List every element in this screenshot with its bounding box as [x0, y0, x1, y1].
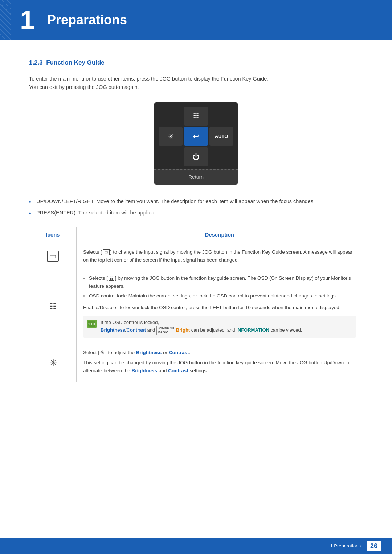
- description-cell-brightness: Select [✳] to adjust the Brightness or C…: [77, 343, 363, 382]
- osd-enable-disable: Enable/Disable: To lock/unlock the OSD c…: [83, 304, 356, 312]
- osd-bullet-2: OSD control lock: Maintain the current s…: [83, 292, 356, 300]
- section-heading: 1.2.3 Function Key Guide: [29, 58, 363, 67]
- brightness-description: Select [✳] to adjust the Brightness or C…: [83, 348, 356, 374]
- brightness-label-2: Brightness: [132, 368, 158, 373]
- jog-center: ↩: [184, 127, 208, 146]
- header-bar: 1 Preparations: [0, 0, 392, 40]
- jog-empty-bl: [159, 147, 183, 166]
- bullet-item-1: UP/DOWN/LEFT/RIGHT: Move to the item you…: [29, 197, 363, 206]
- jog-top: ☷: [184, 107, 208, 126]
- jog-buttons-grid: ☷ ✳ ↩ AUTO ⏻: [154, 102, 238, 169]
- jog-empty-tl: [159, 107, 183, 126]
- note-text: If the OSD control is locked, Brightness…: [101, 319, 302, 335]
- page-footer: 1 Preparations 26: [0, 538, 392, 554]
- return-label: Return: [188, 174, 204, 180]
- contrast-label: Contrast: [169, 350, 189, 355]
- brightness-label: Brightness: [136, 350, 162, 355]
- jog-diagram-container: ☷ ✳ ↩ AUTO ⏻: [29, 102, 363, 185]
- brightness-line-2: This setting can be changed by moving th…: [83, 359, 356, 374]
- jog-left: ✳: [159, 127, 183, 146]
- osd-icon: ☷: [49, 302, 57, 311]
- table-row-brightness: ✳ Select [✳] to adjust the Brightness or…: [29, 343, 363, 382]
- note-magic-bright: Bright: [176, 327, 190, 333]
- power-sym-icon: ⏻: [192, 151, 200, 162]
- jog-bottom: ⏻: [184, 147, 208, 166]
- input-signal-icon: ▭: [47, 251, 59, 262]
- bullet-list: UP/DOWN/LEFT/RIGHT: Move to the item you…: [29, 197, 363, 217]
- description-cell-input: Selects [▭] to change the input signal b…: [77, 243, 363, 269]
- samsung-magic-badge: SAMSUNGMAGIC: [156, 326, 175, 335]
- footer-page-number: 26: [367, 541, 381, 551]
- jog-empty-tr: [209, 107, 233, 126]
- note-brightness: Brightness: [101, 327, 125, 333]
- col-header-description: Description: [77, 227, 363, 243]
- jog-return-bar: Return: [154, 169, 238, 185]
- table-row-input: ▭ Selects [▭] to change the input signal…: [29, 243, 363, 269]
- osd-bullet-1: Selects [☷] by moving the JOG button in …: [83, 274, 356, 290]
- note-icon: NOTE: [87, 320, 97, 328]
- icon-cell-brightness: ✳: [29, 343, 77, 382]
- osd-bullet-list: Selects [☷] by moving the JOG button in …: [83, 274, 356, 300]
- svg-text:NOTE: NOTE: [88, 322, 95, 326]
- jog-empty-br: [209, 147, 233, 166]
- description-cell-osd: Selects [☷] by moving the JOG button in …: [77, 269, 363, 343]
- osd-note-box: NOTE If the OSD control is locked, Brigh…: [83, 316, 356, 338]
- table-row-osd: ☷ Selects [☷] by moving the JOG button i…: [29, 269, 363, 343]
- icon-cell-input: ▭: [29, 243, 77, 269]
- chapter-number: 1: [11, 0, 44, 40]
- icon-table: Icons Description ▭ Selects [▭] to chang…: [29, 227, 363, 382]
- footer-section-label: 1 Preparations: [330, 542, 361, 550]
- note-contrast: Contrast: [127, 327, 146, 333]
- bullet-item-2: PRESS(ENTER): The selected item will be …: [29, 209, 363, 217]
- auto-label: AUTO: [215, 133, 228, 140]
- jog-diagram: ☷ ✳ ↩ AUTO ⏻: [154, 102, 238, 185]
- col-header-icons: Icons: [29, 227, 77, 243]
- contrast-label-2: Contrast: [168, 368, 188, 373]
- note-information: INFORMATION: [236, 327, 269, 333]
- page-content: 1.2.3 Function Key Guide To enter the ma…: [0, 40, 392, 418]
- return-sym-icon: ↩: [193, 130, 199, 142]
- brightness-line-1: Select [✳] to adjust the Brightness or C…: [83, 348, 356, 357]
- brightness-icon: ✳: [49, 357, 57, 368]
- intro-text: To enter the main menu or to use other i…: [29, 75, 363, 91]
- icon-cell-osd: ☷: [29, 269, 77, 343]
- osd-grid-icon: ☷: [193, 111, 199, 121]
- chapter-title: Preparations: [47, 10, 127, 30]
- brightness-sym-icon: ✳: [168, 131, 174, 142]
- jog-right: AUTO: [209, 127, 233, 146]
